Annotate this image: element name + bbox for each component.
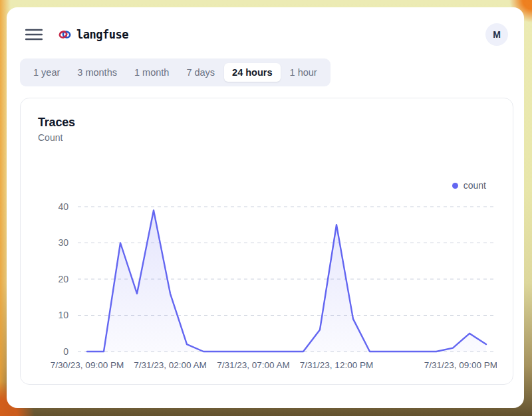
legend-count-dot-icon	[452, 183, 458, 189]
y-tick-label: 10	[58, 310, 68, 320]
brand-name: langfuse	[76, 28, 128, 41]
area-fill	[87, 211, 486, 352]
brand[interactable]: langfuse	[59, 28, 128, 41]
app-header: langfuse M	[7, 7, 524, 49]
x-tick-label: 7/30/23, 09:00 PM	[51, 360, 124, 370]
hamburger-icon	[25, 29, 43, 41]
legend-count-label: count	[464, 180, 486, 191]
chart-legend: count	[38, 180, 495, 191]
y-tick-label: 40	[58, 201, 68, 212]
x-tick-label: 7/31/23, 02:00 AM	[134, 360, 207, 370]
tab-1-hour[interactable]: 1 hour	[282, 63, 325, 82]
y-tick-label: 0	[63, 346, 68, 357]
time-range-tabbar: 1 year3 months1 month7 days24 hours1 hou…	[20, 58, 331, 86]
x-tick-label: 7/31/23, 07:00 AM	[217, 360, 290, 370]
menu-button[interactable]	[24, 26, 44, 43]
app-page: langfuse M 1 year3 months1 month7 days24…	[7, 7, 524, 408]
langfuse-logo-icon	[59, 29, 71, 40]
traces-card: Traces Count count 0102030407/30/23, 09:…	[20, 98, 513, 385]
card-subtitle: Count	[38, 132, 495, 143]
card-title: Traces	[38, 116, 495, 130]
y-tick-label: 30	[58, 237, 68, 248]
x-tick-label: 7/31/23, 09:00 PM	[424, 360, 497, 370]
x-tick-label: 7/31/23, 12:00 PM	[300, 360, 373, 370]
user-avatar[interactable]: M	[485, 23, 508, 46]
tab-3-months[interactable]: 3 months	[69, 63, 125, 82]
tab-1-month[interactable]: 1 month	[126, 63, 177, 82]
y-tick-label: 20	[58, 274, 68, 284]
tab-24-hours[interactable]: 24 hours	[224, 63, 280, 82]
tab-1-year[interactable]: 1 year	[25, 63, 68, 82]
window-frame: langfuse M 1 year3 months1 month7 days24…	[0, 0, 532, 416]
tab-7-days[interactable]: 7 days	[178, 63, 223, 82]
time-range-section: 1 year3 months1 month7 days24 hours1 hou…	[7, 49, 524, 86]
traces-area-chart: 0102030407/30/23, 09:00 PM7/31/23, 02:00…	[38, 197, 497, 375]
